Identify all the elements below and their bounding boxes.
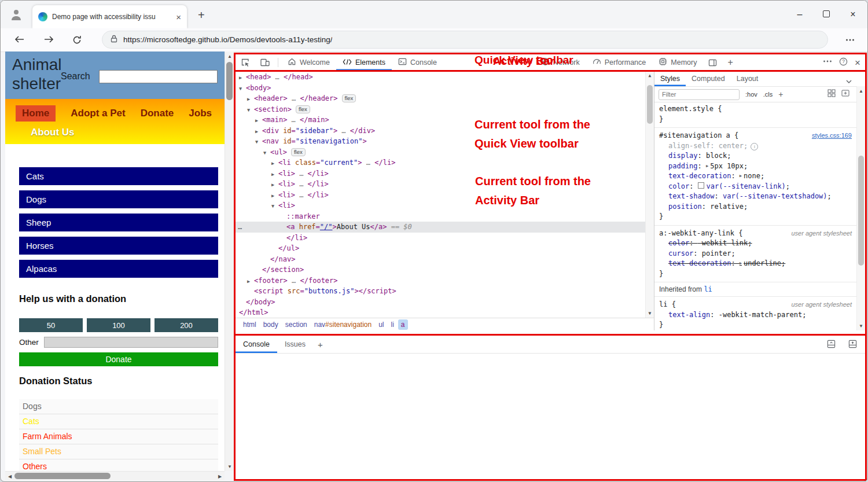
amount-button-50[interactable]: 50 bbox=[19, 318, 83, 332]
css-property[interactable]: text-shadow: var(--sitenav-textshadow); bbox=[659, 192, 852, 202]
twisty-icon[interactable]: ▶ bbox=[271, 190, 278, 201]
nav-item-donate[interactable]: Donate bbox=[141, 108, 174, 119]
dom-tree-line[interactable]: ::marker bbox=[236, 211, 654, 222]
styles-scrollbar[interactable]: ▲ ▼ bbox=[856, 86, 865, 330]
category-button-sheep[interactable]: Sheep bbox=[19, 214, 218, 231]
dom-tree-line[interactable]: </section> bbox=[236, 264, 654, 275]
css-property[interactable]: text-decoration: ▶none; bbox=[659, 171, 852, 182]
twisty-icon[interactable]: ▼ bbox=[271, 201, 278, 212]
dom-tree-line[interactable]: </body> bbox=[236, 297, 654, 308]
dom-tree-line[interactable]: ▼<body> bbox=[236, 83, 654, 94]
flex-badge[interactable]: flex bbox=[291, 148, 306, 156]
dom-tree-line[interactable]: ▶<head> … </head> bbox=[236, 72, 654, 83]
css-property[interactable]: cursor: pointer; bbox=[659, 249, 852, 259]
dom-tree-line[interactable]: ▶<li> … </li> bbox=[236, 168, 654, 179]
toggle-hover-states-button[interactable]: :hov bbox=[745, 91, 757, 98]
rule-selector[interactable]: li bbox=[659, 300, 667, 310]
scroll-up-icon[interactable]: ▲ bbox=[856, 86, 866, 95]
page-vertical-scrollbar[interactable]: ▲ ▼ bbox=[225, 51, 234, 471]
status-item[interactable]: Farm Animals bbox=[19, 429, 218, 444]
dom-tree-line[interactable]: ▼<li> bbox=[236, 200, 654, 211]
expand-value-icon[interactable]: ▶ bbox=[740, 174, 742, 178]
scroll-up-icon[interactable]: ▲ bbox=[645, 71, 654, 80]
breadcrumb-item-a[interactable]: a bbox=[398, 319, 408, 330]
dom-tree-line[interactable]: </html> bbox=[236, 307, 654, 318]
expand-value-icon[interactable]: ▶ bbox=[740, 261, 742, 266]
breadcrumb-item-ul[interactable]: ul bbox=[376, 319, 387, 330]
minimize-button[interactable]: – bbox=[786, 9, 813, 20]
twisty-icon[interactable]: ▶ bbox=[247, 276, 254, 287]
chevron-down-icon[interactable] bbox=[845, 76, 852, 86]
element-states-grid-icon[interactable] bbox=[827, 89, 836, 100]
css-property[interactable]: color: -webkit-link; bbox=[659, 238, 852, 249]
dom-tree-line[interactable]: </ul> bbox=[236, 243, 654, 254]
breadcrumb-item-li[interactable]: li bbox=[388, 319, 397, 330]
twisty-icon[interactable]: ▶ bbox=[271, 179, 278, 190]
tab-close-icon[interactable]: × bbox=[176, 13, 181, 21]
address-bar[interactable]: https://microsoftedge.github.io/Demos/de… bbox=[102, 31, 828, 49]
quick-view-tab-console[interactable]: Console bbox=[236, 336, 277, 353]
breadcrumb-item-section[interactable]: section bbox=[282, 319, 310, 330]
css-property[interactable]: display: block; bbox=[659, 151, 852, 161]
devtools-close-icon[interactable]: × bbox=[855, 58, 860, 68]
back-button[interactable] bbox=[14, 35, 25, 46]
category-button-horses[interactable]: Horses bbox=[19, 237, 218, 255]
styles-scroll-thumb[interactable] bbox=[858, 156, 864, 266]
dom-tree-line[interactable]: ▶<header> … </header>flex bbox=[236, 93, 654, 104]
color-swatch[interactable] bbox=[698, 182, 704, 189]
css-property[interactable]: text-decoration: ▶underline; bbox=[659, 259, 852, 269]
rule-selector[interactable]: element.style bbox=[659, 104, 713, 115]
breadcrumb-item-body[interactable]: body bbox=[260, 319, 281, 330]
dom-tree-line[interactable]: ▼<nav id="sitenavigation"> bbox=[236, 136, 654, 147]
expand-value-icon[interactable]: ▶ bbox=[706, 164, 708, 168]
site-info-lock-icon[interactable] bbox=[111, 35, 117, 45]
forward-button[interactable] bbox=[43, 35, 54, 46]
expand-quick-view-icon[interactable] bbox=[848, 340, 857, 351]
add-tool-button[interactable]: + bbox=[727, 57, 733, 68]
category-button-cats[interactable]: Cats bbox=[19, 167, 218, 185]
css-property[interactable]: color: var(--sitenav-link); bbox=[659, 182, 852, 192]
scroll-left-icon[interactable]: ◀ bbox=[5, 472, 14, 481]
vertical-scroll-thumb[interactable] bbox=[226, 62, 233, 100]
scroll-down-icon[interactable]: ▼ bbox=[225, 462, 234, 471]
dom-tree-line[interactable]: ▶<footer> … </footer> bbox=[236, 275, 654, 286]
inspect-element-icon[interactable] bbox=[241, 58, 250, 67]
add-quick-view-tab-button[interactable]: + bbox=[318, 340, 323, 349]
browser-menu-button[interactable] bbox=[845, 35, 855, 47]
amount-button-200[interactable]: 200 bbox=[155, 318, 218, 332]
twisty-icon[interactable]: ▼ bbox=[255, 137, 262, 148]
horizontal-scroll-thumb[interactable] bbox=[14, 473, 111, 479]
search-input[interactable] bbox=[99, 70, 218, 83]
dom-tree-line[interactable]: ▼<section>flex bbox=[236, 104, 654, 115]
twisty-icon[interactable]: ▶ bbox=[247, 94, 254, 105]
dom-tree-line[interactable]: </li> bbox=[236, 233, 654, 244]
dock-quick-view-icon[interactable] bbox=[827, 340, 836, 351]
new-class-button[interactable]: + bbox=[778, 90, 783, 99]
css-property[interactable]: align-self: center;i bbox=[659, 141, 852, 152]
twisty-icon[interactable]: ▼ bbox=[239, 83, 246, 94]
maximize-button[interactable] bbox=[813, 9, 840, 20]
rule-selector[interactable]: #sitenavigation a bbox=[659, 131, 730, 141]
dom-tree-line[interactable]: ▶<li class="current"> … </li> bbox=[236, 157, 654, 168]
donate-button[interactable]: Donate bbox=[19, 352, 218, 366]
dom-tree-line[interactable]: ▶<main> … </main> bbox=[236, 115, 654, 126]
twisty-icon[interactable]: ▼ bbox=[247, 105, 254, 116]
category-button-alpacas[interactable]: Alpacas bbox=[19, 260, 218, 278]
category-button-dogs[interactable]: Dogs bbox=[19, 190, 218, 208]
flex-badge[interactable]: flex bbox=[296, 105, 310, 113]
dom-tree-line[interactable]: </nav> bbox=[236, 254, 654, 265]
url-text[interactable]: https://microsoftedge.github.io/Demos/de… bbox=[123, 35, 332, 44]
reload-button[interactable] bbox=[72, 35, 82, 47]
elements-scrollbar[interactable]: ▲ ▼ bbox=[645, 71, 654, 318]
css-property[interactable]: text-align: -webkit-match-parent; bbox=[659, 310, 852, 321]
stylesheet-link[interactable]: styles.css:169 bbox=[812, 131, 852, 141]
scroll-up-icon[interactable]: ▲ bbox=[225, 51, 234, 61]
status-item[interactable]: Small Pets bbox=[19, 444, 218, 459]
nav-item-adopt-a-pet[interactable]: Adopt a Pet bbox=[71, 108, 125, 119]
flex-badge[interactable]: flex bbox=[342, 94, 356, 102]
page-horizontal-scrollbar[interactable]: ◀ ▶ bbox=[5, 471, 225, 480]
twisty-icon[interactable]: ▶ bbox=[271, 169, 278, 180]
tab-computed[interactable]: Computed bbox=[686, 71, 731, 86]
more-tools-panel-icon[interactable] bbox=[708, 59, 717, 67]
twisty-icon[interactable]: ▶ bbox=[255, 126, 262, 137]
